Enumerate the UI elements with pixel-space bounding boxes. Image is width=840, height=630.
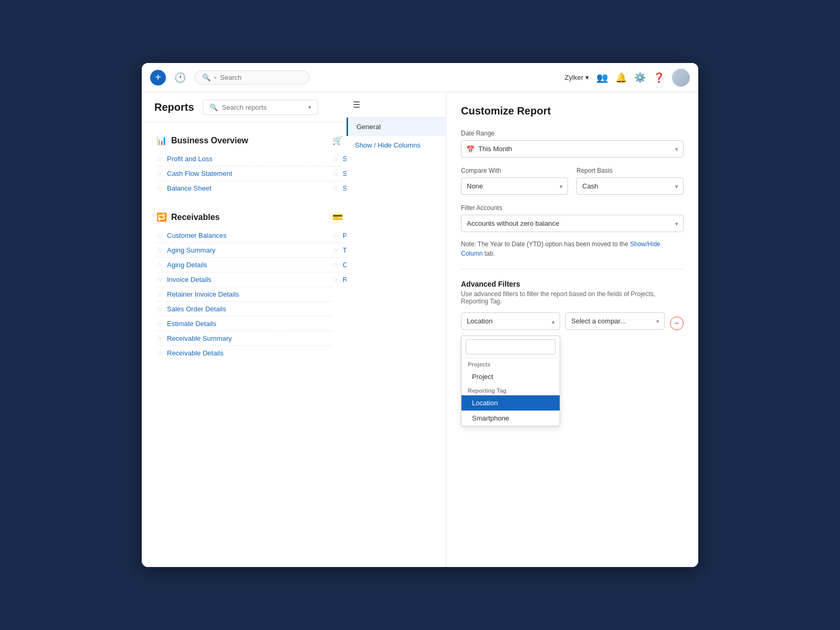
business-overview-icon: 📊 (156, 135, 167, 145)
settings-icon[interactable]: ⚙️ (634, 72, 646, 83)
sidebar-show-hide-label: Show / Hide Columns (355, 141, 421, 149)
history-icon[interactable]: 🕐 (172, 70, 188, 86)
notifications-icon[interactable]: 🔔 (615, 72, 627, 83)
report-link[interactable]: Profit and Loss (167, 155, 213, 163)
list-item[interactable]: ☆ Invoice Details (156, 272, 332, 287)
star-icon[interactable]: ☆ (156, 305, 163, 313)
star-icon[interactable]: ☆ (156, 170, 163, 177)
star-icon[interactable]: ☆ (156, 232, 163, 239)
dropdown-group-reporting-tag: Reporting Tag (461, 384, 560, 395)
list-item[interactable]: ☆ Cash Flow Statement (156, 166, 332, 181)
section-divider (461, 269, 684, 269)
report-link[interactable]: Customer Balances (167, 232, 226, 239)
help-icon[interactable]: ❓ (653, 72, 665, 83)
nav-right: Zylker ▾ 👥 🔔 ⚙️ ❓ (565, 69, 690, 87)
report-link[interactable]: Balance Sheet (167, 184, 212, 192)
list-item[interactable]: ☆ Receivable Details (156, 346, 332, 360)
sidebar-general-label: General (356, 123, 381, 131)
remove-filter-button[interactable]: − (670, 317, 684, 330)
select-compare-select[interactable]: Select a compar... (565, 312, 665, 330)
report-link[interactable]: Invoice Details (167, 276, 212, 284)
date-range-label: Date Range (461, 130, 684, 137)
filter-accounts-select-wrapper: Accounts without zero balance ▾ (461, 215, 684, 232)
star-icon[interactable]: ☆ (156, 246, 163, 254)
star-icon[interactable]: ☆ (332, 261, 339, 269)
reports-search-bar[interactable]: 🔍 ▾ (203, 100, 318, 115)
main-content: 📊 Business Overview ☆ Profit and Loss ☆ … (142, 123, 698, 567)
dropdown-item-location[interactable]: Location (461, 395, 560, 411)
list-item[interactable]: ☆ Sales Order Details (156, 302, 332, 317)
page-title: Reports (154, 101, 194, 113)
star-icon[interactable]: ☆ (156, 334, 163, 342)
navbar: + 🕐 🔍 ▾ Zylker ▾ 👥 🔔 ⚙️ ❓ (142, 63, 698, 92)
star-icon[interactable]: ☆ (156, 184, 163, 192)
star-icon[interactable]: ☆ (156, 155, 163, 163)
list-item[interactable]: ☆ Retainer Invoice Details (156, 287, 332, 302)
user-avatar[interactable] (672, 69, 690, 87)
list-item[interactable]: ☆ Customer Balances (156, 228, 332, 243)
select-compare-wrapper: Select a compar... ▾ (565, 312, 665, 330)
business-overview-title: Business Overview (171, 136, 248, 145)
org-name-label: Zylker (565, 74, 583, 81)
list-item[interactable]: ☆ Estimate Details (156, 317, 332, 331)
report-link[interactable]: Aging Details (167, 261, 207, 269)
star-icon[interactable]: ☆ (156, 261, 163, 269)
report-basis-select[interactable]: Cash (576, 177, 684, 195)
dropdown-search-input[interactable] (466, 339, 555, 354)
reports-search-input[interactable] (222, 103, 304, 111)
list-item[interactable]: ☆ Aging Summary (156, 243, 332, 258)
list-item[interactable]: ☆ Aging Details (156, 258, 332, 272)
star-icon[interactable]: ☆ (156, 320, 163, 328)
dropdown-group-projects: Projects (461, 358, 560, 369)
report-basis-select-wrapper: Cash ▾ (576, 177, 684, 195)
star-icon[interactable]: ☆ (332, 184, 339, 192)
customize-report-panel: ☰ General Show / Hide Columns Customize … (346, 123, 698, 567)
report-link[interactable]: Cash Flow Statement (167, 170, 232, 177)
star-icon[interactable]: ☆ (332, 246, 339, 254)
star-icon[interactable]: ☆ (332, 232, 339, 239)
search-divider: ▾ (214, 74, 217, 81)
list-item[interactable]: ☆ Profit and Loss (156, 152, 332, 166)
business-overview-section: 📊 Business Overview ☆ Profit and Loss ☆ … (156, 135, 332, 195)
star-icon[interactable]: ☆ (156, 276, 163, 284)
report-link[interactable]: Aging Summary (167, 246, 215, 254)
star-icon[interactable]: ☆ (332, 155, 339, 163)
report-link[interactable]: Sales Order Details (167, 305, 226, 313)
star-icon[interactable]: ☆ (156, 349, 163, 357)
business-overview-header: 📊 Business Overview (156, 135, 332, 145)
compare-with-group: Compare With None ▾ (461, 167, 568, 195)
customize-main-content: Customize Report Date Range 📅 This Month… (446, 123, 698, 567)
report-link[interactable]: Retainer Invoice Details (167, 290, 239, 298)
dropdown-item-smartphone[interactable]: Smartphone (461, 411, 560, 426)
list-item[interactable]: ☆ Receivable Summary (156, 331, 332, 346)
global-search-bar[interactable]: 🔍 ▾ (194, 70, 310, 85)
dropdown-item-project[interactable]: Project (461, 369, 560, 384)
date-range-select[interactable]: This Month (461, 140, 684, 158)
receivables-icon: 🔁 (156, 212, 167, 222)
filter-accounts-select[interactable]: Accounts without zero balance (461, 215, 684, 232)
compare-with-select[interactable]: None (461, 177, 568, 195)
compare-report-row: Compare With None ▾ Report Basis (461, 167, 684, 195)
list-item[interactable]: ☆ Balance Sheet (156, 181, 332, 195)
add-button[interactable]: + (150, 70, 166, 86)
select-field-select[interactable]: Select a field Location (461, 312, 560, 330)
report-basis-group: Report Basis Cash ▾ (576, 167, 684, 195)
receivables-header: 🔁 Receivables (156, 212, 332, 222)
report-link[interactable]: Receivable Summary (167, 334, 232, 342)
global-search-input[interactable] (220, 74, 302, 81)
filter-accounts-group: Filter Accounts Accounts without zero ba… (461, 204, 684, 232)
star-icon[interactable]: ☆ (156, 290, 163, 298)
star-icon[interactable]: ☆ (332, 276, 339, 284)
sidebar-item-show-hide-columns[interactable]: Show / Hide Columns (346, 136, 446, 154)
report-link[interactable]: Estimate Details (167, 320, 216, 328)
report-link[interactable]: Receivable Details (167, 349, 224, 357)
select-field-wrapper: Select a field Location ▴ Projects (461, 312, 560, 330)
dropdown-search-area (461, 336, 560, 358)
sidebar-item-general[interactable]: General (346, 123, 446, 136)
compare-with-select-wrapper: None ▾ (461, 177, 568, 195)
contacts-icon[interactable]: 👥 (596, 72, 608, 83)
advanced-filters-title: Advanced Filters (461, 280, 684, 288)
search-icon: 🔍 (202, 74, 211, 81)
org-switcher[interactable]: Zylker ▾ (565, 74, 589, 81)
star-icon[interactable]: ☆ (332, 170, 339, 177)
